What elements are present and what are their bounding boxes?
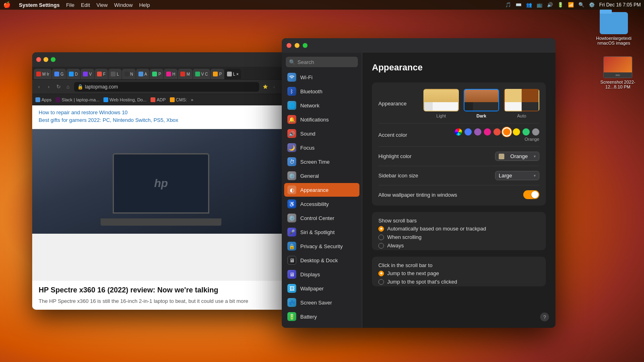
wallpaper-tinting-toggle[interactable] <box>523 190 539 199</box>
menu-view[interactable]: View <box>97 2 108 8</box>
menubar-icon-settings[interactable]: ⚙️ <box>589 2 595 8</box>
browser-tab[interactable]: P <box>211 69 224 79</box>
article-link-1[interactable]: How to repair and restore Windows 10 <box>39 109 283 115</box>
sidebar-item-desktop[interactable]: 🖥 Desktop & Dock <box>284 253 359 267</box>
browser-bookmarks: Apps Slack | laptop-ma... Web Hosting, D… <box>32 94 290 105</box>
click-next-radio[interactable] <box>378 271 384 276</box>
browser-maximize-button[interactable] <box>51 57 56 62</box>
accent-red[interactable] <box>493 128 501 136</box>
address-bar[interactable]: 🔒 laptopmag.com <box>74 82 259 92</box>
click-spot-clicked[interactable]: Jump to the spot that's clicked <box>378 279 539 285</box>
scroll-auto-radio[interactable] <box>378 226 384 232</box>
article-link-2[interactable]: Best gifts for gamers 2022: PC, Nintendo… <box>39 117 283 123</box>
bookmark-label: Slack | laptop-ma... <box>62 97 99 102</box>
bookmark-apps[interactable]: Apps <box>35 97 52 102</box>
browser-tab[interactable]: V <box>80 69 94 79</box>
nav-back-button[interactable]: ‹ <box>35 83 43 90</box>
desktop-folder-icon[interactable]: Howtoenlargetexti nmacOS images <box>596 12 632 45</box>
sidebar-item-siri[interactable]: 🎤 Siri & Spotlight <box>284 225 359 239</box>
nav-action-btn[interactable]: ↓ <box>270 83 278 90</box>
click-spot-radio[interactable] <box>378 279 384 285</box>
desktop-screenshot-icon[interactable]: IMG Screenshot 2022-12...8.10 PM <box>600 56 636 89</box>
accent-purple[interactable] <box>474 128 481 136</box>
sidebar-icon-size-select[interactable]: Large ▾ <box>495 171 539 180</box>
sidebar-item-label-wallpaper: Wallpaper <box>300 286 324 292</box>
sidebar-item-bluetooth[interactable]: ᛒ Bluetooth <box>284 84 359 98</box>
click-scroll-radio-group: Jump to the next page Jump to the spot t… <box>378 270 539 285</box>
sidebar-item-screensaver[interactable]: 💤 Screen Saver <box>284 296 359 309</box>
sidebar-item-privacy[interactable]: 🔒 Privacy & Security <box>284 239 359 253</box>
app-name[interactable]: System Settings <box>19 2 60 8</box>
browser-navbar: ‹ › ↻ ⌂ 🔒 laptopmag.com ⭐ ↓ ≡ <box>32 80 290 94</box>
scroll-scrolling-radio[interactable] <box>378 234 384 240</box>
accent-green[interactable] <box>522 128 530 136</box>
browser-close-button[interactable] <box>36 57 41 62</box>
browser-tab[interactable]: M <box>178 69 192 79</box>
browser-tab[interactable]: N <box>122 69 136 79</box>
accent-graphite[interactable] <box>532 128 539 136</box>
browser-tab-active[interactable]: L × <box>225 69 241 79</box>
menubar-icon-search[interactable]: 🔍 <box>578 2 585 8</box>
browser-tab[interactable]: L <box>108 69 122 79</box>
apple-menu[interactable]: 🍎 <box>3 1 11 8</box>
sidebar-item-battery[interactable]: 🔋 Battery <box>284 310 359 323</box>
browser-tab[interactable]: G <box>52 69 66 79</box>
search-box[interactable]: 🔍 Search <box>286 57 358 67</box>
scroll-bars-always[interactable]: Always <box>378 243 539 249</box>
sysprefs-close-button[interactable] <box>287 43 291 48</box>
nav-action-btn[interactable]: ⭐ <box>262 83 269 90</box>
appearance-option-auto[interactable]: Auto <box>504 89 539 118</box>
accent-orange[interactable] <box>503 128 510 136</box>
browser-tab[interactable]: A <box>136 69 150 79</box>
browser-tab[interactable]: P <box>150 69 163 79</box>
sidebar-item-wifi[interactable]: Wi-Fi <box>284 70 359 84</box>
sidebar-item-appearance[interactable]: ◐ Appearance <box>284 183 359 197</box>
bookmark-cms[interactable]: CMS: <box>170 97 187 102</box>
appearance-option-dark[interactable]: Dark <box>464 89 499 118</box>
sysprefs-minimize-button[interactable] <box>295 43 299 48</box>
sidebar-item-accessibility[interactable]: ♿ Accessibility <box>284 197 359 211</box>
nav-forward-button[interactable]: › <box>45 83 52 90</box>
menubar-icon-battery: 🔋 <box>557 2 564 8</box>
nav-home-button[interactable]: ⌂ <box>64 83 72 90</box>
bookmark-more[interactable]: » <box>191 97 193 102</box>
help-button[interactable]: ? <box>540 313 549 321</box>
sidebar-item-focus[interactable]: 🌙 Focus <box>284 141 359 154</box>
browser-tab[interactable]: F <box>95 69 108 79</box>
accent-yellow[interactable] <box>513 128 520 136</box>
sidebar-item-displays[interactable]: 🖥 Displays <box>284 267 359 281</box>
bookmark-slack[interactable]: Slack | laptop-ma... <box>56 97 99 102</box>
accent-pink[interactable] <box>484 128 491 136</box>
bookmark-adp[interactable]: ADP <box>151 97 166 102</box>
menu-help[interactable]: Help <box>139 2 150 8</box>
sidebar-item-notifications[interactable]: 🔔 Notifications <box>284 113 359 126</box>
menu-edit[interactable]: Edit <box>81 2 90 8</box>
bookmark-webhosting[interactable]: Web Hosting, Do... <box>103 97 147 102</box>
accent-blue[interactable] <box>464 128 472 136</box>
sidebar-item-sound[interactable]: 🔊 Sound <box>284 127 359 140</box>
browser-tab[interactable]: V C <box>193 69 211 79</box>
highlight-color-select[interactable]: Orange ▾ <box>495 152 539 161</box>
accent-multicolor[interactable] <box>455 128 462 136</box>
sysprefs-maximize-button[interactable] <box>303 43 308 48</box>
sidebar-item-screentime[interactable]: ⏱ Screen Time <box>284 155 359 169</box>
highlight-color-label: Highlight color <box>378 153 411 159</box>
sidebar-item-general[interactable]: ⚙️ General <box>284 169 359 183</box>
nav-refresh-button[interactable]: ↻ <box>55 83 62 90</box>
click-next-page[interactable]: Jump to the next page <box>378 270 539 276</box>
appearance-option-light[interactable]: Light <box>423 89 459 118</box>
browser-tab[interactable]: H <box>164 69 178 79</box>
browser-minimize-button[interactable] <box>43 57 48 62</box>
menu-window[interactable]: Window <box>114 2 132 8</box>
browser-tab[interactable]: D <box>66 69 80 79</box>
browser-tab[interactable]: M Ir <box>34 69 52 79</box>
sidebar-item-network[interactable]: 🌐 Network <box>284 99 359 112</box>
sidebar-item-controlcenter[interactable]: ⚙️ Control Center <box>284 211 359 225</box>
scroll-always-radio[interactable] <box>378 243 384 249</box>
appearance-thumb-auto <box>504 89 539 111</box>
sidebar-item-wallpaper[interactable]: 🖼 Wallpaper <box>284 282 359 295</box>
scroll-bars-auto[interactable]: Automatically based on mouse or trackpad <box>378 226 539 232</box>
scroll-bars-scrolling[interactable]: When scrolling <box>378 234 539 240</box>
menu-file[interactable]: File <box>66 2 74 8</box>
appearance-icon: ◐ <box>287 185 296 194</box>
